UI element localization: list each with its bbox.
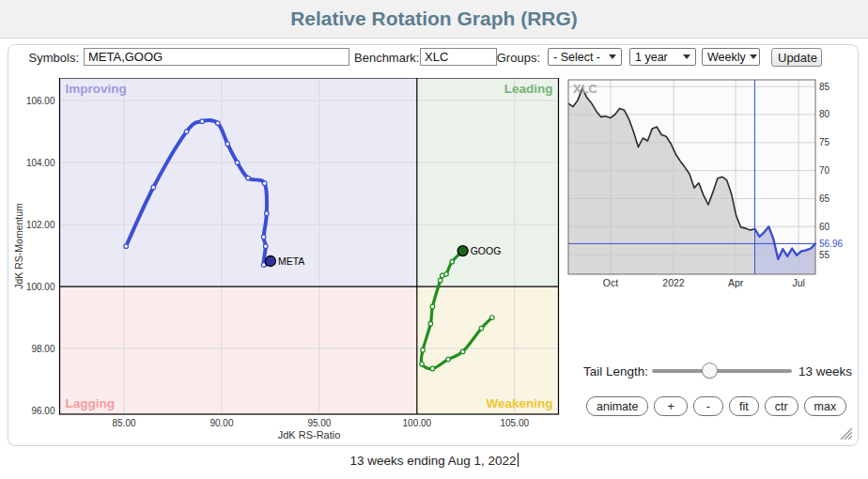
groups-select-value: - Select - xyxy=(553,51,600,64)
svg-text:96.00: 96.00 xyxy=(31,406,54,416)
svg-text:Lagging: Lagging xyxy=(66,396,116,410)
svg-text:106.00: 106.00 xyxy=(26,96,55,106)
rrg-app-window: Relative Rotation Graph (RRG) Symbols: B… xyxy=(0,0,868,479)
symbols-input[interactable] xyxy=(84,48,349,66)
resize-handle-icon[interactable] xyxy=(838,425,852,440)
svg-text:55: 55 xyxy=(819,250,830,260)
svg-text:98.00: 98.00 xyxy=(31,344,54,354)
svg-text:85.00: 85.00 xyxy=(113,418,136,428)
rrg-panel: Symbols: Benchmark: Groups: - Select - 1… xyxy=(8,44,859,446)
svg-text:60: 60 xyxy=(819,222,830,232)
benchmark-input[interactable] xyxy=(420,48,497,66)
tail-length-slider-track[interactable] xyxy=(652,369,792,373)
benchmark-mini-chart: XLC5560657075808556.96Oct2022AprJul xyxy=(564,75,844,293)
svg-text:Improving: Improving xyxy=(66,82,127,96)
max-button[interactable]: max xyxy=(804,396,847,416)
frequency-select-value: Weekly xyxy=(707,51,746,64)
svg-text:META: META xyxy=(278,255,304,267)
svg-text:Oct: Oct xyxy=(603,277,618,288)
svg-text:95.00: 95.00 xyxy=(307,418,331,428)
page-title: Relative Rotation Graph (RRG) xyxy=(0,0,868,38)
svg-text:75: 75 xyxy=(819,137,830,147)
tail-length-value: 13 weeks xyxy=(798,364,852,379)
svg-text:Jul: Jul xyxy=(792,277,804,288)
svg-text:GOOG: GOOG xyxy=(471,245,502,256)
period-select-value: 1 year xyxy=(635,51,668,64)
date-range-caption: 13 weeks ending Aug 1, 2022 xyxy=(0,453,868,468)
tail-length-label: Tail Length: xyxy=(583,364,648,379)
zoom-in-button[interactable]: + xyxy=(654,396,687,416)
period-select[interactable]: 1 year xyxy=(629,48,696,66)
title-bar: Relative Rotation Graph (RRG) xyxy=(0,0,868,39)
date-range-text: 13 weeks ending Aug 1, 2022 xyxy=(349,454,516,468)
svg-text:Weakening: Weakening xyxy=(486,396,552,410)
svg-text:85: 85 xyxy=(819,82,830,92)
svg-text:65: 65 xyxy=(819,193,830,204)
svg-text:70: 70 xyxy=(819,165,830,176)
svg-text:XLC: XLC xyxy=(573,82,598,96)
svg-text:JdK RS-Ratio: JdK RS-Ratio xyxy=(278,429,341,440)
symbols-label: Symbols: xyxy=(27,50,79,67)
center-button[interactable]: ctr xyxy=(765,396,798,416)
svg-text:104.00: 104.00 xyxy=(26,158,55,168)
svg-text:105.00: 105.00 xyxy=(500,418,529,428)
svg-text:90.00: 90.00 xyxy=(209,418,233,428)
action-button-row: animate + - fit ctr max xyxy=(586,396,846,416)
update-button[interactable]: Update xyxy=(771,48,822,67)
svg-text:100.00: 100.00 xyxy=(26,282,55,292)
svg-text:Leading: Leading xyxy=(504,82,553,96)
benchmark-label: Benchmark: xyxy=(354,50,416,67)
chevron-down-icon xyxy=(683,54,690,59)
groups-label: Groups: xyxy=(491,50,540,67)
fit-button[interactable]: fit xyxy=(729,396,759,416)
svg-text:2022: 2022 xyxy=(662,277,685,288)
text-cursor xyxy=(518,453,519,467)
rrg-chart-svg: ImprovingLeadingLaggingWeakening85.0090.… xyxy=(13,78,564,441)
svg-text:56.96: 56.96 xyxy=(819,239,843,249)
zoom-out-button[interactable]: - xyxy=(693,396,723,416)
chevron-down-icon xyxy=(750,54,757,59)
xlc-chart-svg: XLC5560657075808556.96Oct2022AprJul xyxy=(564,75,844,293)
tail-length-slider-thumb[interactable] xyxy=(702,363,718,379)
chevron-down-icon xyxy=(609,54,616,59)
svg-text:JdK RS-Momentum: JdK RS-Momentum xyxy=(13,203,24,289)
animate-button[interactable]: animate xyxy=(586,396,648,416)
frequency-select[interactable]: Weekly xyxy=(702,48,760,66)
svg-text:100.00: 100.00 xyxy=(403,418,432,428)
svg-text:80: 80 xyxy=(819,109,830,119)
groups-select[interactable]: - Select - xyxy=(548,48,622,66)
svg-text:Apr: Apr xyxy=(728,277,744,288)
svg-text:102.00: 102.00 xyxy=(26,220,55,230)
rrg-chart[interactable]: ImprovingLeadingLaggingWeakening85.0090.… xyxy=(13,78,564,441)
